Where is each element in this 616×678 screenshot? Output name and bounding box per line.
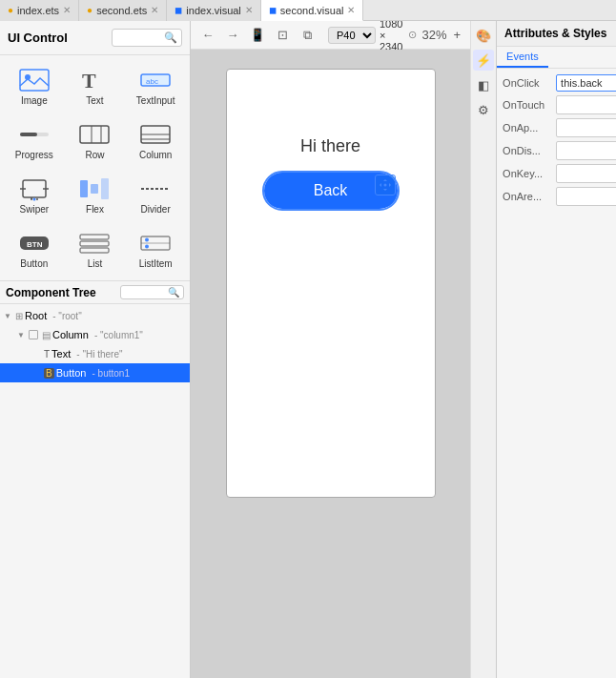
visual-icon-2: ◼: [269, 5, 277, 15]
tab-events[interactable]: Events: [497, 47, 548, 68]
hi-there-text: Hi there: [300, 136, 360, 156]
tree-search-icon: 🔍: [168, 287, 179, 298]
control-listitem[interactable]: ListItem: [127, 224, 184, 275]
palette-icon[interactable]: 🎨: [473, 25, 494, 46]
tab-close-1[interactable]: ✕: [151, 5, 158, 15]
event-value-onkey[interactable]: [556, 164, 616, 183]
listitem-icon: [138, 230, 173, 257]
resolution-label: 1080 × 2340: [380, 21, 402, 52]
device-selector[interactable]: P40: [328, 27, 376, 44]
control-text[interactable]: T Text: [67, 61, 124, 112]
event-value-ondis[interactable]: [556, 141, 616, 160]
button-icon: BTN: [17, 230, 51, 257]
phone-frame: Hi there Back: [226, 69, 436, 498]
svg-rect-0: [20, 70, 49, 91]
svg-rect-26: [80, 241, 109, 246]
svg-point-32: [383, 184, 386, 187]
tree-comment-button: - button1: [92, 368, 129, 379]
tab-index-visual[interactable]: ◼ index.visual ✕: [167, 0, 260, 21]
phone-content: Hi there Back: [241, 136, 421, 211]
attr-header: Attributes & Styles: [497, 21, 616, 47]
event-row-onclick: OnClick this.back: [503, 74, 616, 92]
control-swiper[interactable]: Swiper: [6, 170, 63, 220]
tree-arrow-root: ▼: [4, 312, 13, 320]
event-label-ontouch: OnTouch: [503, 99, 552, 111]
forward-nav-icon[interactable]: →: [223, 26, 242, 45]
tab-close-0[interactable]: ✕: [63, 5, 71, 15]
event-value-ontouch[interactable]: [556, 95, 616, 114]
tab-index-ets[interactable]: ● index.ets ✕: [0, 0, 79, 21]
svg-point-31: [145, 245, 149, 249]
layers-side-icon[interactable]: ◧: [473, 74, 494, 95]
tree-item-text[interactable]: T Text - "Hi there": [0, 344, 190, 363]
search-icon: 🔍: [164, 31, 177, 44]
tree-comment-root: - "root": [52, 311, 81, 321]
nav-icons: ← → 📱 ⊡ ⧉: [198, 24, 317, 47]
control-textinput[interactable]: abc TextInput: [127, 61, 184, 112]
tree-item-root[interactable]: ▼ ⊞ Root - "root": [0, 306, 190, 325]
control-image[interactable]: Image: [6, 61, 63, 112]
list-icon: [77, 230, 112, 257]
move-handle[interactable]: [375, 175, 396, 195]
phone-icon[interactable]: 📱: [248, 26, 267, 45]
tab-close-3[interactable]: ✕: [347, 5, 355, 15]
svg-text:abc: abc: [146, 77, 158, 86]
event-row-onkey: OnKey...: [503, 164, 616, 183]
right-panel: Attributes & Styles Events OnClick this.…: [496, 21, 616, 678]
control-button[interactable]: BTN Button: [6, 224, 63, 275]
control-flex[interactable]: Flex: [67, 170, 124, 220]
event-value-onclick[interactable]: this.back: [556, 74, 616, 92]
control-progress[interactable]: Progress: [6, 115, 63, 166]
canvas-area[interactable]: Hi there Back: [191, 50, 470, 678]
svg-rect-8: [80, 126, 109, 143]
ui-control-title: UI Control: [8, 31, 108, 45]
event-row-onap: OnAp...: [503, 118, 616, 137]
ui-control-search-input[interactable]: [116, 32, 164, 44]
control-divider[interactable]: Divider: [127, 170, 184, 220]
tree-items: ▼ ⊞ Root - "root" ▼ ▤ Column - "column1": [0, 304, 190, 384]
svg-point-16: [31, 198, 32, 200]
svg-rect-25: [80, 235, 109, 239]
settings-side-icon[interactable]: ⚙: [473, 99, 494, 120]
ets-icon-2: ●: [87, 5, 92, 15]
tree-arrow-column: ▼: [17, 331, 27, 339]
tree-item-column[interactable]: ▼ ▤ Column - "column1": [0, 325, 190, 344]
tab-close-2[interactable]: ✕: [245, 5, 253, 15]
tree-label-column: Column: [52, 329, 89, 340]
tab-second-ets[interactable]: ● second.ets ✕: [79, 0, 167, 21]
control-listitem-label: ListItem: [139, 258, 173, 269]
tab-second-visual[interactable]: ◼ second.visual ✕: [261, 0, 364, 21]
divider-icon: [138, 175, 173, 202]
back-nav-icon[interactable]: ←: [198, 26, 217, 45]
text-icon: T: [77, 67, 112, 93]
tree-label-text: Text: [51, 348, 71, 360]
cursor-icon[interactable]: ⊡: [273, 26, 292, 45]
tree-search-input[interactable]: [125, 287, 168, 298]
column-node-icon: ▤: [42, 330, 51, 340]
row-icon: [77, 121, 112, 148]
attr-tabs: Events: [497, 47, 616, 69]
control-column-label: Column: [139, 150, 172, 160]
tree-header: Component Tree 🔍: [0, 281, 190, 304]
tree-search-box[interactable]: 🔍: [120, 285, 184, 299]
event-value-onap[interactable]: [556, 118, 616, 137]
event-value-onare[interactable]: [556, 187, 616, 206]
control-flex-label: Flex: [86, 204, 104, 215]
tree-label-button: Button: [56, 367, 87, 379]
layout-icon[interactable]: ⧉: [298, 26, 317, 45]
control-list[interactable]: List: [67, 224, 124, 275]
root-icon: ⊞: [15, 311, 23, 321]
ui-control-toolbar: UI Control 🔍: [0, 21, 190, 55]
tab-bar: ● index.ets ✕ ● second.ets ✕ ◼ index.vis…: [0, 0, 616, 21]
control-row[interactable]: Row: [67, 115, 124, 166]
column-icon: [138, 121, 173, 148]
tree-item-button[interactable]: B Button - button1: [0, 363, 190, 382]
events-side-icon[interactable]: ⚡: [473, 50, 494, 71]
column-checkbox[interactable]: [29, 330, 38, 339]
control-column[interactable]: Column: [127, 115, 184, 166]
ui-control-search-box[interactable]: 🔍: [112, 29, 182, 47]
zoom-plus-button[interactable]: +: [452, 28, 463, 42]
textinput-icon: abc: [138, 67, 173, 93]
control-divider-label: Divider: [141, 204, 171, 215]
event-row-ondis: OnDis...: [503, 141, 616, 160]
